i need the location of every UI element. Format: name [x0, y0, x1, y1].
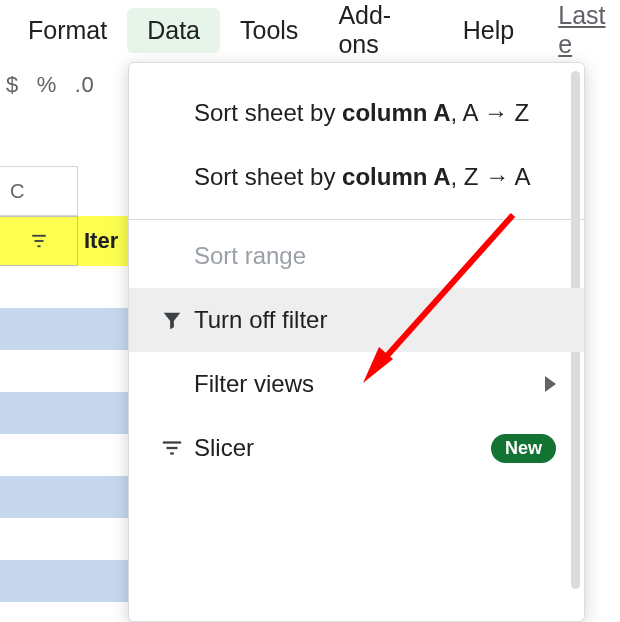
- filter-cell[interactable]: [0, 216, 78, 266]
- tb-decimal[interactable]: .0: [75, 72, 94, 98]
- menu-data[interactable]: Data: [127, 8, 220, 53]
- table-row[interactable]: [0, 350, 130, 392]
- filter-icon: [30, 232, 48, 250]
- funnel-icon: [161, 309, 183, 331]
- menu-filter-views[interactable]: Filter views: [129, 352, 584, 416]
- table-row[interactable]: [0, 434, 130, 476]
- menu-turn-off-filter[interactable]: Turn off filter: [129, 288, 584, 352]
- menu-separator: [129, 219, 584, 220]
- column-header-c[interactable]: C: [0, 166, 78, 216]
- menu-slicer[interactable]: Slicer New: [129, 416, 584, 480]
- spreadsheet-grid: C Iter: [0, 166, 130, 602]
- tb-currency[interactable]: $: [6, 72, 19, 98]
- menu-format[interactable]: Format: [8, 8, 127, 53]
- slicer-icon: [161, 439, 183, 457]
- menu-sort-za[interactable]: Sort sheet by column A, Z → A: [129, 145, 584, 209]
- table-row[interactable]: [0, 308, 130, 350]
- filter-header-row: Iter: [0, 216, 130, 266]
- table-row[interactable]: [0, 392, 130, 434]
- table-row[interactable]: [0, 266, 130, 308]
- table-row[interactable]: [0, 518, 130, 560]
- table-row[interactable]: [0, 476, 130, 518]
- menu-sort-range: Sort range: [129, 224, 584, 288]
- menubar: Format Data Tools Add-ons Help Last e: [0, 0, 620, 60]
- data-dropdown: Sort sheet by column A, A → Z Sort sheet…: [128, 62, 585, 622]
- sheet-rows: [0, 266, 130, 602]
- last-edit-link[interactable]: Last e: [534, 1, 620, 59]
- menu-help[interactable]: Help: [443, 8, 534, 53]
- chevron-right-icon: [545, 376, 556, 392]
- table-row[interactable]: [0, 560, 130, 602]
- header-cell-item[interactable]: Iter: [78, 216, 130, 266]
- menu-addons[interactable]: Add-ons: [318, 0, 442, 67]
- new-badge: New: [491, 434, 556, 463]
- tb-percent[interactable]: %: [37, 72, 57, 98]
- menu-tools[interactable]: Tools: [220, 8, 318, 53]
- menu-sort-az[interactable]: Sort sheet by column A, A → Z: [129, 81, 584, 145]
